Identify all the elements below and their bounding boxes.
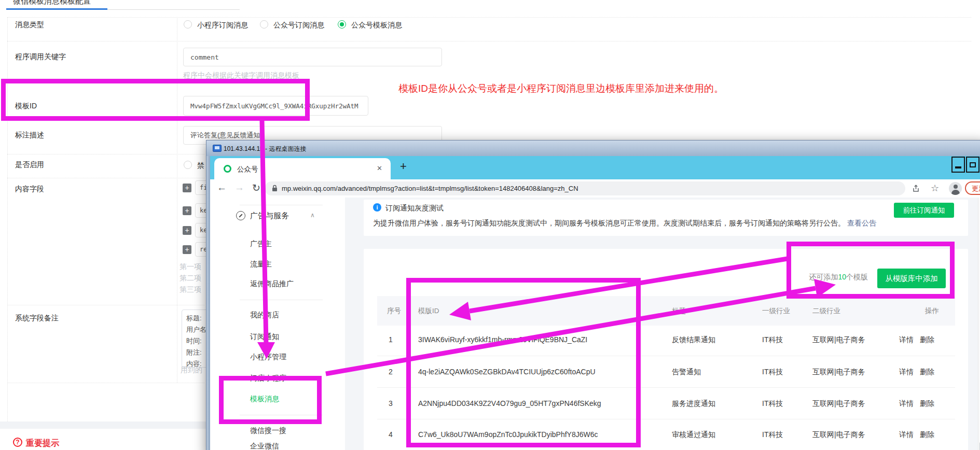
radio-mp-template-label[interactable]: 公众号模板消息 (351, 21, 402, 30)
window-maximize-button[interactable] (966, 157, 979, 173)
radio-mp-subscribe-label[interactable]: 公众号订阅消息 (273, 21, 324, 30)
table-row: 1 3IWAK6viRuyf-xy6kkf1mb-rmm20VlFiQE9BNJ… (377, 324, 955, 356)
col-header-actions: 操作 (925, 306, 939, 316)
field-hint-2: 第二项 (180, 274, 201, 283)
field-hint-1: 第一项 (180, 262, 201, 272)
new-tab-icon[interactable]: + (400, 160, 407, 173)
rdp-title: 101.43.144.15 - 远程桌面连接 (224, 145, 306, 153)
sidebar-item-rebate[interactable]: 返佣商品推广 (250, 279, 294, 289)
notice-body: 为提升微信用户体验，服务号订阅通知功能灰度测试中，期间服务号模板消息可正常使用。… (373, 219, 876, 228)
sidebar-item-template-message[interactable]: 模板消息 (250, 395, 279, 404)
radio-disabled-label[interactable]: 禁 (197, 161, 204, 171)
template-id-input[interactable] (183, 96, 368, 116)
ads-services-icon (236, 211, 245, 220)
tab-underline-rest (107, 9, 240, 10)
url-text[interactable]: mp.weixin.qq.com/advanced/tmplmsg?action… (282, 185, 578, 192)
detail-link[interactable]: 详情 (899, 368, 914, 377)
cell-template-id: A2NNjpu4DD034K9Z2V4O79gu9_05HT7gxPN46fSK… (418, 399, 601, 407)
delete-link[interactable]: 删除 (920, 335, 934, 345)
add-field-icon[interactable]: + (183, 245, 191, 254)
notice-card: i 订阅通知灰度测试 为提升微信用户体验，服务号订阅通知功能灰度测试中，期间服务… (364, 200, 968, 236)
keyword-input[interactable] (183, 48, 442, 66)
bookmark-star-icon[interactable]: ☆ (931, 182, 939, 194)
goto-subscribe-notify-button[interactable]: 前往订阅通知 (894, 203, 954, 218)
detail-link[interactable]: 详情 (899, 399, 914, 409)
radio-mini-subscribe[interactable] (184, 20, 192, 29)
browser-tab[interactable]: 公众号 ✕ (214, 158, 391, 179)
detail-link[interactable]: 详情 (899, 335, 914, 345)
sidebar-item-my-shop[interactable]: 我的商店 (250, 311, 279, 320)
share-icon[interactable] (912, 184, 920, 195)
mp-sidebar: 广告与服务 ∧ 广告主 流量主 返佣商品推广 我的商店 订阅通知 小程序管理 门… (210, 198, 345, 450)
tab-active-underline (6, 8, 107, 10)
important-note-label: 重要提示 (26, 438, 59, 449)
browser-tab-title: 公众号 (237, 165, 258, 174)
notice-title: 订阅通知灰度测试 (385, 204, 444, 213)
table-row: 4 C7w6_Uk8oU7WAm9opZnTc0JpukikTDyibPhfY8… (377, 419, 955, 450)
chrome-update-button[interactable]: 更新 (965, 181, 980, 195)
forward-icon[interactable]: → (234, 182, 244, 193)
radio-mp-subscribe[interactable] (260, 20, 268, 29)
question-icon: ? (13, 438, 22, 447)
back-icon[interactable]: ← (217, 182, 227, 193)
rdp-window: 101.43.144.15 - 远程桌面连接 公众号 ✕ + ← → ↻ (206, 140, 980, 450)
col-header-template-id: 模版ID (418, 306, 439, 316)
rdp-frame-left (206, 156, 210, 450)
tab-close-icon[interactable]: ✕ (377, 164, 382, 172)
form-tab[interactable]: 微信模板消息模板配置 (13, 0, 148, 8)
cell-template-id: C7w6_Uk8oU7WAm9opZnTc0JpukikTDyibPhfY8J6… (418, 430, 598, 439)
delete-link[interactable]: 删除 (920, 399, 934, 409)
radio-mini-subscribe-label[interactable]: 小程序订阅消息 (197, 21, 248, 30)
add-field-icon[interactable]: + (183, 206, 191, 215)
wechat-mp-favicon (224, 165, 231, 173)
sidebar-item-miniprogram[interactable]: 小程序管理 (250, 353, 286, 362)
col-header-industry2: 二级行业 (812, 306, 840, 316)
sidebar-item-advertiser[interactable]: 广告主 (250, 240, 272, 249)
system-remark-hint: 用到的 (181, 365, 202, 375)
template-list-card: 还可添加10个模版 从模版库中添加 序号 模版ID 标题 一级行业 二级行业 操… (364, 249, 968, 450)
delete-link[interactable]: 删除 (920, 368, 934, 377)
chrome-update-label: 更新 (972, 184, 980, 193)
sidebar-item-subscribe-notify[interactable]: 订阅通知 (250, 332, 279, 342)
sidebar-item-wecom[interactable]: 企业微信 (250, 442, 279, 450)
sidebar-section-label[interactable]: 广告与服务 (250, 211, 289, 221)
table-row: 2 4q-le2iAZQAWk0SeZGBkDAv4TCIUUjp6zC60ft… (377, 356, 955, 388)
remaining-count-text: 还可添加10个模版 (809, 273, 868, 282)
scrollbar-track[interactable] (978, 198, 980, 450)
delete-link[interactable]: 删除 (920, 430, 934, 440)
chevron-up-icon[interactable]: ∧ (310, 212, 315, 219)
add-field-icon[interactable]: + (183, 184, 191, 192)
cell-template-id: 3IWAK6viRuyf-xy6kkf1mb-rmm20VlFiQE9BNJ_C… (418, 335, 587, 344)
radio-mp-template[interactable] (338, 20, 346, 29)
col-header-seq: 序号 (387, 306, 401, 316)
col-header-industry1: 一级行业 (762, 306, 790, 316)
sidebar-item-traffic[interactable]: 流量主 (250, 260, 272, 269)
system-remark-label: 系统字段备注 (15, 314, 59, 323)
radio-disabled[interactable] (184, 161, 192, 169)
page-content: 广告与服务 ∧ 广告主 流量主 返佣商品推广 我的商店 订阅通知 小程序管理 门… (210, 198, 980, 450)
description-label: 标注描述 (15, 131, 44, 140)
table-header-row: 序号 模版ID 标题 一级行业 二级行业 操作 (377, 296, 955, 326)
sidebar-item-store-miniprogram[interactable]: 门店小程序 (250, 374, 286, 383)
sidebar-item-wechat-search[interactable]: 微信搜一搜 (250, 426, 286, 435)
table-row: 3 A2NNjpu4DD034K9Z2V4O79gu9_05HT7gxPN46f… (377, 387, 955, 419)
message-type-label: 消息类型 (15, 20, 44, 30)
window-minimize-button[interactable] (951, 157, 965, 173)
info-icon: i (373, 203, 381, 212)
rdp-titlebar[interactable]: 101.43.144.15 - 远程桌面连接 (206, 140, 980, 157)
enabled-label: 是否启用 (15, 160, 44, 170)
add-from-library-button[interactable]: 从模版库中添加 (877, 269, 946, 288)
reload-icon[interactable]: ↻ (252, 182, 260, 194)
content-fields-label: 内容字段 (15, 185, 44, 194)
add-field-icon[interactable]: + (183, 226, 191, 235)
detail-link[interactable]: 详情 (899, 430, 914, 440)
avatar[interactable] (949, 182, 962, 195)
browser-tabstrip: 公众号 ✕ + (210, 156, 980, 179)
keyword-hint: 程序中会根据此关键字调用消息模板 (183, 71, 299, 80)
lock-icon (272, 185, 278, 194)
col-header-title: 标题 (672, 306, 686, 316)
notice-link[interactable]: 查看公告 (847, 219, 876, 227)
address-bar[interactable]: mp.weixin.qq.com/advanced/tmplmsg?action… (265, 181, 905, 195)
field-hint-3: 第三项 (180, 285, 201, 294)
remaining-count: 10 (838, 273, 846, 281)
